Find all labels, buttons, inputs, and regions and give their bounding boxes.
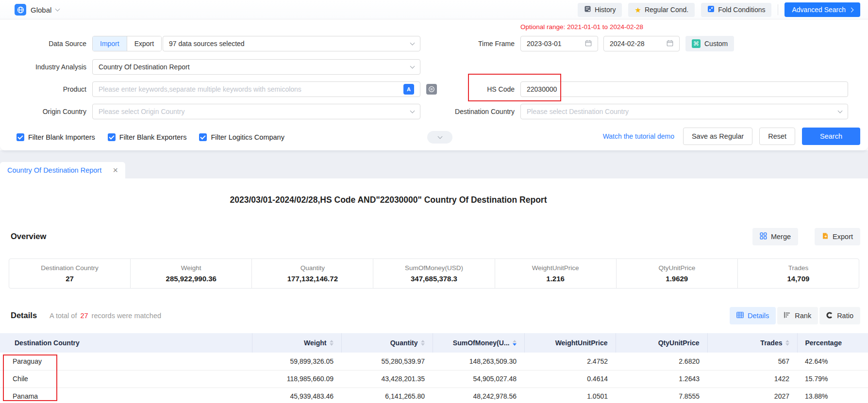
table-icon [736,312,744,320]
col-sum-of-money[interactable]: SumOfMoney(U... [433,333,524,353]
top-bar: Global History ★ Regular Cond. [0,0,868,19]
chevron-down-icon [437,134,442,139]
table-row-paraguay[interactable]: Paraguay 59,899,326.05 55,280,539.97 148… [0,353,868,370]
details-heading: Details [11,311,37,320]
chevron-right-icon [849,7,854,12]
date-start-field[interactable]: 2023-03-01 [520,36,598,51]
region-switcher[interactable]: Global [15,3,59,16]
filter-blank-exporters-checkbox[interactable]: Filter Blank Exporters [108,133,187,141]
col-weight-unit-price: WeightUnitPrice [524,333,616,353]
col-weight[interactable]: Weight [252,333,341,353]
table-row-chile[interactable]: Chile 118,985,660.09 43,428,201.35 54,90… [0,370,868,387]
overview-heading: Overview [11,232,46,241]
stat-trades: Trades 14,709 [737,259,859,288]
product-label: Product [0,81,86,97]
tab-country-of-destination-report[interactable]: Country Of Destination Report × [0,162,125,178]
stat-sum-of-money: SumOfMoney(USD) 347,685,378.3 [373,259,494,288]
stat-qty-unit-price: QtyUnitPrice 1.9629 [616,259,737,288]
optional-range-note: Optional range: 2021-01-01 to 2024-02-28 [520,23,643,31]
report-title: 2023/03/01-2024/02/28,HS Code AND"220300… [0,195,777,205]
stat-weight-unit-price: WeightUnitPrice 1.216 [495,259,616,288]
view-ratio-button[interactable]: Ratio [819,307,860,324]
col-quantity[interactable]: Quantity [341,333,433,353]
filter-logitics-company-checkbox[interactable]: Filter Logitics Company [199,133,284,141]
donut-chart-icon [826,312,833,320]
view-details-button[interactable]: Details [730,307,776,324]
advanced-search-button[interactable]: Advanced Search [785,2,860,17]
regular-cond-button[interactable]: ★ Regular Cond. [628,3,695,17]
globe-icon [15,4,26,16]
overview-stats-bar: Destination Country 27 Weight 285,922,99… [9,258,859,289]
sort-icons-active-desc[interactable] [513,340,517,346]
col-qty-unit-price: QtyUnitPrice [616,333,707,353]
chevron-down-icon [410,108,415,113]
time-frame-label: Time Frame [427,36,515,51]
hs-code-label: HS Code [427,81,515,97]
details-summary: A total of27records were matched [50,312,161,320]
sort-icons[interactable] [785,340,789,346]
filter-checkbox-row: Filter Blank Importers Filter Blank Expo… [17,129,284,145]
star-icon: ★ [634,6,641,14]
close-icon[interactable]: × [113,166,118,175]
col-destination-country: Destination Country [0,333,252,353]
overview-actions: Merge Export [752,228,860,245]
export-icon [822,232,829,241]
divider [778,4,778,15]
stat-weight: Weight 285,922,990.36 [130,259,251,288]
history-icon [584,5,591,14]
destination-country-label: Destination Country [416,104,515,119]
reset-button[interactable]: Reset [759,128,795,145]
search-form-panel: Optional range: 2021-01-01 to 2024-02-28… [0,19,868,150]
sort-icons[interactable] [330,340,334,346]
data-source-label: Data Source [0,36,86,51]
origin-country-label: Origin Country [0,104,86,119]
date-end-field[interactable]: 2024-02-28 [603,36,680,51]
view-rank-button[interactable]: Rank [777,307,818,324]
tutorial-demo-link[interactable]: Watch the tutorial demo [603,132,674,140]
save-as-regular-button[interactable]: Save as Regular [683,128,752,145]
tab-strip: Country Of Destination Report × [0,150,868,178]
chevron-down-icon [55,6,60,11]
merge-icon [760,232,767,241]
calendar-icon [585,40,592,48]
col-trades[interactable]: Trades [707,333,797,353]
filter-blank-importers-checkbox[interactable]: Filter Blank Importers [17,133,95,141]
stat-quantity: Quantity 177,132,146.72 [251,259,373,288]
col-percentage: Percentage [797,333,868,353]
top-bar-actions: History ★ Regular Cond. Fold Conditions … [578,2,860,17]
product-input[interactable] [99,85,400,93]
industry-analysis-label: Industry Analysis [0,59,86,75]
export-toggle[interactable]: Export [127,36,161,51]
custom-range-button[interactable]: ⌘ Custom [685,36,734,51]
fold-icon [707,5,715,14]
export-button[interactable]: Export [815,228,860,245]
origin-country-select[interactable]: Please select Origin Country [92,104,420,119]
trade-analytics-app: Global History ★ Regular Cond. [0,0,868,403]
stat-destination-country: Destination Country 27 [9,259,130,288]
history-button[interactable]: History [578,3,622,17]
translate-icon[interactable]: A [403,84,414,95]
industry-analysis-select[interactable]: Country Of Destination Report [92,59,420,75]
checkbox-checked-icon [108,133,116,141]
hs-code-input[interactable] [527,85,842,93]
data-sources-select[interactable]: 97 data sources selected [163,36,420,51]
chevron-down-icon [838,108,843,113]
hs-code-field [520,81,848,97]
data-source-segmented: Import Export [92,36,162,51]
fold-conditions-button[interactable]: Fold Conditions [701,3,771,17]
import-toggle[interactable]: Import [93,36,127,51]
sort-icons[interactable] [421,340,425,346]
chevron-down-icon [410,40,415,45]
report-content: 2023/03/01-2024/02/28,HS Code AND"220300… [0,178,868,403]
checkbox-checked-icon [199,133,207,141]
merge-button[interactable]: Merge [752,228,798,245]
custom-icon: ⌘ [692,39,701,48]
destination-country-select[interactable]: Please select Destination Country [520,104,848,119]
chevron-down-icon [410,64,415,68]
table-row-panama[interactable]: Panama 45,939,483.46 6,141,265.80 48,242… [0,387,868,403]
collapse-form-button[interactable] [427,131,452,144]
table-header-row: Destination Country Weight Quantity SumO… [0,333,868,353]
search-button[interactable]: Search [802,128,860,145]
calendar-icon [667,40,673,48]
form-actions: Watch the tutorial demo Save as Regular … [603,127,860,145]
